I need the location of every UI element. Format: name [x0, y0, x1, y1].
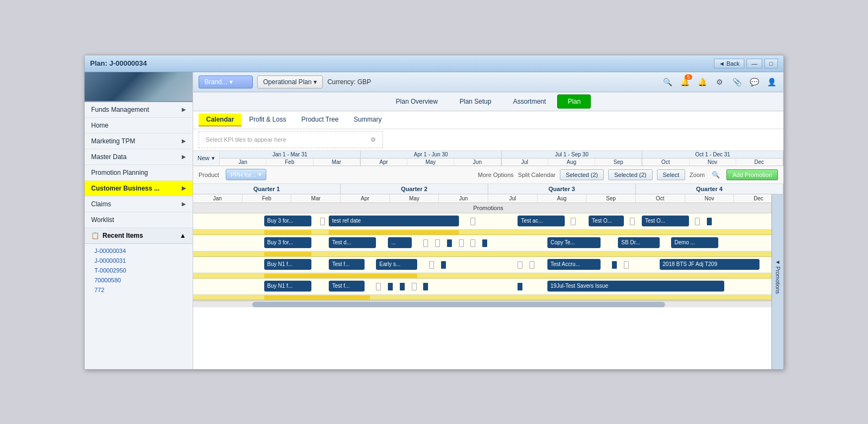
- cal-month-mar[interactable]: Mar: [314, 159, 360, 166]
- plan-selector[interactable]: Operational Plan ▾: [257, 75, 323, 88]
- sidebar-item-marketing-tpm[interactable]: Marketing TPM ▶: [85, 134, 193, 149]
- tab-assortment[interactable]: Assortment: [503, 94, 557, 109]
- search-icon[interactable]: 🔍: [661, 75, 674, 88]
- promo-dot-1[interactable]: [320, 218, 325, 225]
- promo-dot-14[interactable]: [441, 261, 446, 269]
- promo-dot-10[interactable]: [459, 239, 464, 247]
- promo-dot-8[interactable]: [435, 239, 440, 247]
- promo-dot-11[interactable]: [470, 239, 475, 247]
- promo-dot-15[interactable]: [518, 261, 522, 269]
- promo-bar-buy3-1[interactable]: Buy 3 for...: [264, 216, 311, 226]
- promo-bar-2018bts[interactable]: 2018 BTS JF Adj T209: [660, 259, 760, 270]
- sidebar-item-funds-management[interactable]: Funds Management ▶: [85, 102, 193, 118]
- promo-dot-22[interactable]: [412, 283, 417, 290]
- sidebar-item-claims[interactable]: Claims ▶: [85, 197, 193, 212]
- promo-bar-demo[interactable]: Demo ...: [671, 237, 718, 248]
- promo-dot-21[interactable]: [400, 283, 405, 290]
- promo-dot-17[interactable]: [612, 261, 617, 269]
- recent-items-expand-icon[interactable]: ▲: [180, 232, 186, 239]
- promo-dot-5[interactable]: [695, 218, 700, 225]
- user-icon[interactable]: 👤: [765, 75, 778, 88]
- promo-bar-buyn1-3[interactable]: Buy N1 f...: [264, 259, 311, 270]
- tab-calendar[interactable]: Calendar: [199, 113, 241, 126]
- quarter-header-4[interactable]: Quarter 4: [636, 184, 783, 194]
- promo-dot-23[interactable]: [423, 283, 428, 290]
- promo-bar-testf-3[interactable]: Test f...: [329, 259, 364, 270]
- side-promotions-panel[interactable]: ◄ Promotions: [771, 184, 783, 369]
- promo-dot-24[interactable]: [518, 283, 522, 290]
- promo-bar-copyte[interactable]: Copy Te...: [547, 237, 601, 248]
- chat-icon[interactable]: 💬: [748, 75, 761, 88]
- sidebar-item-home[interactable]: Home: [85, 118, 193, 134]
- cal-month-jul[interactable]: Jul: [502, 159, 548, 166]
- cal-month-jun[interactable]: Jun: [454, 159, 501, 166]
- tab-product-tree[interactable]: Product Tree: [293, 113, 346, 126]
- promo-bar-testo1[interactable]: Test O...: [589, 216, 624, 226]
- recent-item-1[interactable]: J-00000031: [85, 256, 193, 265]
- tab-plan[interactable]: Plan: [557, 94, 591, 109]
- add-promotion-button[interactable]: Add Promotion: [726, 169, 778, 180]
- maximize-button[interactable]: □: [764, 59, 778, 68]
- promo-dot-3[interactable]: [571, 218, 576, 225]
- product-select[interactable]: PPH for... ▾: [226, 169, 266, 180]
- promo-dot-4[interactable]: [630, 218, 635, 225]
- zoom-icon[interactable]: 🔍: [709, 168, 722, 181]
- promo-bar-dots[interactable]: ...: [388, 237, 412, 248]
- sidebar-item-promotion-planning[interactable]: Promotion Planning: [85, 165, 193, 181]
- sidebar-item-customer-business[interactable]: Customer Business ... ▶: [85, 181, 193, 197]
- promo-bar-earlys[interactable]: Early s...: [376, 259, 417, 270]
- recent-item-0[interactable]: J-00000034: [85, 246, 193, 256]
- promo-bar-testo2[interactable]: Test O...: [642, 216, 689, 226]
- promo-bar-testref[interactable]: test ref date: [329, 216, 458, 226]
- promo-dot-13[interactable]: [429, 261, 434, 269]
- cal-month-nov[interactable]: Nov: [690, 159, 736, 166]
- promo-bar-testf-4[interactable]: Test f...: [329, 281, 364, 292]
- scrollbar-thumb[interactable]: [252, 302, 666, 307]
- cal-month-may[interactable]: May: [407, 159, 454, 166]
- promo-dot-6[interactable]: [707, 218, 712, 225]
- selected-2-button[interactable]: Selected (2): [608, 169, 652, 180]
- cal-month-oct[interactable]: Oct: [642, 159, 689, 166]
- recent-item-4[interactable]: 772: [85, 285, 193, 295]
- promo-bar-testaccru[interactable]: Test Accru...: [547, 259, 601, 270]
- promo-bar-testac[interactable]: Test ac...: [518, 216, 565, 226]
- tab-profit-loss[interactable]: Profit & Loss: [241, 113, 293, 126]
- sidebar-item-worklist[interactable]: Worklist: [85, 212, 193, 228]
- promo-bar-buy3-2[interactable]: Buy 3 for...: [264, 237, 311, 248]
- alert-icon[interactable]: 🔔: [695, 75, 709, 88]
- notification-icon[interactable]: 🔔 5: [678, 75, 691, 88]
- sidebar-item-master-data[interactable]: Master Data ▶: [85, 149, 193, 165]
- cal-month-dec[interactable]: Dec: [736, 159, 783, 166]
- promo-bar-19jul[interactable]: 19Jul-Test Savers Issue: [547, 281, 724, 292]
- promo-dot-9[interactable]: [447, 239, 452, 247]
- kpi-settings-icon[interactable]: ⚙: [371, 136, 376, 143]
- tab-plan-overview[interactable]: Plan Overview: [386, 94, 448, 109]
- quarter-header-1[interactable]: Quarter 1: [193, 184, 341, 194]
- cal-month-feb[interactable]: Feb: [266, 159, 313, 166]
- tab-plan-setup[interactable]: Plan Setup: [449, 94, 502, 109]
- promo-dot-19[interactable]: [376, 283, 381, 290]
- horizontal-scrollbar[interactable]: [193, 301, 783, 307]
- promo-dot-12[interactable]: [482, 239, 487, 247]
- promo-dot-20[interactable]: [388, 283, 393, 290]
- cal-month-aug[interactable]: Aug: [548, 159, 595, 166]
- select-button[interactable]: Select: [657, 169, 686, 180]
- minimize-button[interactable]: —: [746, 59, 762, 68]
- settings-icon[interactable]: ⚙: [713, 75, 726, 88]
- cal-month-sep[interactable]: Sep: [595, 159, 642, 166]
- tab-summary[interactable]: Summary: [346, 113, 389, 126]
- cal-month-jan[interactable]: Jan: [220, 159, 266, 166]
- promo-dot-16[interactable]: [529, 261, 534, 269]
- selected-1-button[interactable]: Selected (2): [560, 169, 604, 180]
- quarter-header-2[interactable]: Quarter 2: [341, 184, 488, 194]
- promo-bar-testd[interactable]: Test d...: [329, 237, 376, 248]
- promo-bar-sbdr[interactable]: SB Dr...: [618, 237, 659, 248]
- cal-month-apr[interactable]: Apr: [361, 159, 407, 166]
- promo-dot-18[interactable]: [624, 261, 629, 269]
- brand-selector[interactable]: Brand... ▾: [199, 75, 253, 88]
- attachment-icon[interactable]: 📎: [730, 75, 743, 88]
- promo-dot-7[interactable]: [423, 239, 428, 247]
- quarter-header-3[interactable]: Quarter 3: [488, 184, 636, 194]
- promo-dot-2[interactable]: [470, 218, 475, 225]
- promo-bar-buyn1-4[interactable]: Buy N1 f...: [264, 281, 311, 292]
